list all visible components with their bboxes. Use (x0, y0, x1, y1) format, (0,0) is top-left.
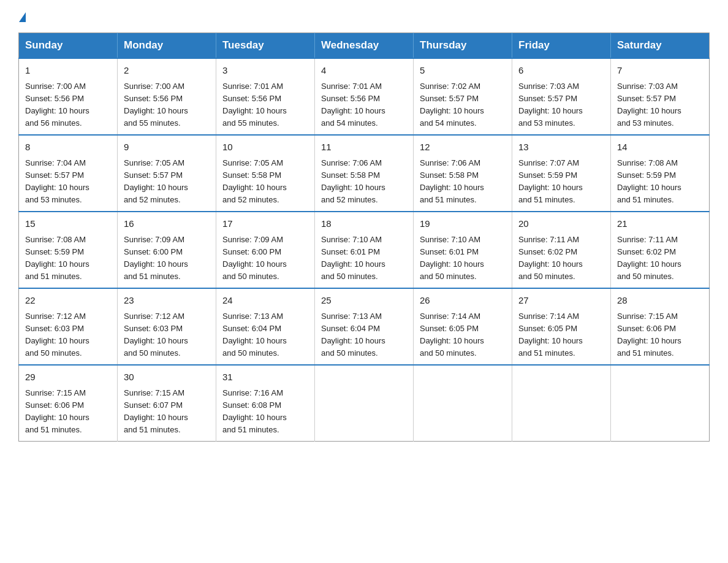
day-number: 2 (124, 64, 210, 78)
calendar-cell: 19Sunrise: 7:10 AMSunset: 6:01 PMDayligh… (414, 212, 512, 288)
calendar-cell: 24Sunrise: 7:13 AMSunset: 6:04 PMDayligh… (216, 288, 315, 365)
day-info: Sunrise: 7:13 AMSunset: 6:04 PMDaylight:… (222, 310, 308, 360)
day-number: 14 (617, 140, 703, 155)
calendar-cell: 9Sunrise: 7:05 AMSunset: 5:57 PMDaylight… (118, 135, 216, 212)
day-info: Sunrise: 7:04 AMSunset: 5:57 PMDaylight:… (25, 157, 111, 207)
logo-arrow-icon (19, 12, 26, 22)
calendar-week-row: 8Sunrise: 7:04 AMSunset: 5:57 PMDaylight… (19, 135, 710, 212)
weekday-header-monday: Monday (118, 33, 216, 59)
day-number: 27 (518, 294, 604, 308)
weekday-header-friday: Friday (512, 33, 611, 59)
calendar-cell: 27Sunrise: 7:14 AMSunset: 6:05 PMDayligh… (512, 288, 611, 365)
calendar-cell: 20Sunrise: 7:11 AMSunset: 6:02 PMDayligh… (512, 212, 611, 288)
day-info: Sunrise: 7:03 AMSunset: 5:57 PMDaylight:… (617, 80, 703, 130)
day-number: 16 (124, 217, 210, 231)
calendar-week-row: 29Sunrise: 7:15 AMSunset: 6:06 PMDayligh… (19, 365, 710, 442)
calendar-cell: 2Sunrise: 7:00 AMSunset: 5:56 PMDaylight… (118, 58, 216, 135)
day-number: 10 (222, 140, 308, 155)
day-info: Sunrise: 7:08 AMSunset: 5:59 PMDaylight:… (617, 157, 703, 207)
day-info: Sunrise: 7:14 AMSunset: 6:05 PMDaylight:… (420, 310, 506, 360)
calendar-cell: 17Sunrise: 7:09 AMSunset: 6:00 PMDayligh… (216, 212, 315, 288)
calendar-cell: 25Sunrise: 7:13 AMSunset: 6:04 PMDayligh… (315, 288, 414, 365)
day-info: Sunrise: 7:14 AMSunset: 6:05 PMDaylight:… (518, 310, 604, 360)
weekday-header-saturday: Saturday (611, 33, 710, 59)
day-number: 22 (25, 294, 111, 308)
day-number: 7 (617, 64, 703, 78)
day-info: Sunrise: 7:12 AMSunset: 6:03 PMDaylight:… (124, 310, 210, 360)
day-number: 20 (518, 217, 604, 231)
day-info: Sunrise: 7:09 AMSunset: 6:00 PMDaylight:… (124, 234, 210, 283)
calendar-header: SundayMondayTuesdayWednesdayThursdayFrid… (19, 33, 710, 59)
calendar-cell: 13Sunrise: 7:07 AMSunset: 5:59 PMDayligh… (512, 135, 611, 212)
calendar-cell: 12Sunrise: 7:06 AMSunset: 5:58 PMDayligh… (414, 135, 512, 212)
day-number: 15 (25, 217, 111, 231)
calendar-cell: 26Sunrise: 7:14 AMSunset: 6:05 PMDayligh… (414, 288, 512, 365)
day-info: Sunrise: 7:15 AMSunset: 6:07 PMDaylight:… (124, 387, 210, 437)
day-number: 12 (420, 140, 506, 155)
day-info: Sunrise: 7:00 AMSunset: 5:56 PMDaylight:… (124, 80, 210, 130)
day-info: Sunrise: 7:00 AMSunset: 5:56 PMDaylight:… (25, 80, 111, 130)
weekday-header-tuesday: Tuesday (216, 33, 315, 59)
day-number: 5 (420, 64, 506, 78)
day-info: Sunrise: 7:11 AMSunset: 6:02 PMDaylight:… (518, 234, 604, 283)
calendar-cell: 3Sunrise: 7:01 AMSunset: 5:56 PMDaylight… (216, 58, 315, 135)
day-info: Sunrise: 7:12 AMSunset: 6:03 PMDaylight:… (25, 310, 111, 360)
weekday-header-wednesday: Wednesday (315, 33, 414, 59)
day-number: 9 (124, 140, 210, 155)
calendar-cell (611, 365, 710, 442)
calendar-table: SundayMondayTuesdayWednesdayThursdayFrid… (18, 33, 710, 442)
calendar-cell (315, 365, 414, 442)
calendar-cell: 15Sunrise: 7:08 AMSunset: 5:59 PMDayligh… (19, 212, 118, 288)
day-number: 25 (321, 294, 407, 308)
calendar-cell: 30Sunrise: 7:15 AMSunset: 6:07 PMDayligh… (118, 365, 216, 442)
day-number: 8 (25, 140, 111, 155)
day-info: Sunrise: 7:15 AMSunset: 6:06 PMDaylight:… (617, 310, 703, 360)
day-number: 11 (321, 140, 407, 155)
day-number: 19 (420, 217, 506, 231)
day-number: 6 (518, 64, 604, 78)
calendar-cell: 14Sunrise: 7:08 AMSunset: 5:59 PMDayligh… (611, 135, 710, 212)
day-number: 4 (321, 64, 407, 78)
page-header (18, 12, 710, 20)
calendar-body: 1Sunrise: 7:00 AMSunset: 5:56 PMDaylight… (19, 58, 710, 442)
day-number: 21 (617, 217, 703, 231)
calendar-cell (414, 365, 512, 442)
day-info: Sunrise: 7:10 AMSunset: 6:01 PMDaylight:… (420, 234, 506, 283)
calendar-cell: 18Sunrise: 7:10 AMSunset: 6:01 PMDayligh… (315, 212, 414, 288)
calendar-cell: 7Sunrise: 7:03 AMSunset: 5:57 PMDaylight… (611, 58, 710, 135)
calendar-week-row: 1Sunrise: 7:00 AMSunset: 5:56 PMDaylight… (19, 58, 710, 135)
calendar-cell: 8Sunrise: 7:04 AMSunset: 5:57 PMDaylight… (19, 135, 118, 212)
weekday-header-row: SundayMondayTuesdayWednesdayThursdayFrid… (19, 33, 710, 59)
calendar-cell: 4Sunrise: 7:01 AMSunset: 5:56 PMDaylight… (315, 58, 414, 135)
day-number: 28 (617, 294, 703, 308)
calendar-cell: 31Sunrise: 7:16 AMSunset: 6:08 PMDayligh… (216, 365, 315, 442)
day-info: Sunrise: 7:09 AMSunset: 6:00 PMDaylight:… (222, 234, 308, 283)
day-number: 29 (25, 370, 111, 385)
day-number: 3 (222, 64, 308, 78)
calendar-cell: 23Sunrise: 7:12 AMSunset: 6:03 PMDayligh… (118, 288, 216, 365)
day-info: Sunrise: 7:01 AMSunset: 5:56 PMDaylight:… (222, 80, 308, 130)
day-number: 13 (518, 140, 604, 155)
day-number: 30 (124, 370, 210, 385)
calendar-cell: 6Sunrise: 7:03 AMSunset: 5:57 PMDaylight… (512, 58, 611, 135)
day-info: Sunrise: 7:10 AMSunset: 6:01 PMDaylight:… (321, 234, 407, 283)
day-info: Sunrise: 7:02 AMSunset: 5:57 PMDaylight:… (420, 80, 506, 130)
weekday-header-thursday: Thursday (414, 33, 512, 59)
day-number: 26 (420, 294, 506, 308)
day-number: 31 (222, 370, 308, 385)
day-info: Sunrise: 7:07 AMSunset: 5:59 PMDaylight:… (518, 157, 604, 207)
calendar-cell: 16Sunrise: 7:09 AMSunset: 6:00 PMDayligh… (118, 212, 216, 288)
calendar-cell: 5Sunrise: 7:02 AMSunset: 5:57 PMDaylight… (414, 58, 512, 135)
day-info: Sunrise: 7:15 AMSunset: 6:06 PMDaylight:… (25, 387, 111, 437)
calendar-week-row: 15Sunrise: 7:08 AMSunset: 5:59 PMDayligh… (19, 212, 710, 288)
day-number: 24 (222, 294, 308, 308)
day-info: Sunrise: 7:06 AMSunset: 5:58 PMDaylight:… (420, 157, 506, 207)
day-number: 17 (222, 217, 308, 231)
calendar-cell: 11Sunrise: 7:06 AMSunset: 5:58 PMDayligh… (315, 135, 414, 212)
day-info: Sunrise: 7:06 AMSunset: 5:58 PMDaylight:… (321, 157, 407, 207)
weekday-header-sunday: Sunday (19, 33, 118, 59)
calendar-cell: 22Sunrise: 7:12 AMSunset: 6:03 PMDayligh… (19, 288, 118, 365)
day-info: Sunrise: 7:01 AMSunset: 5:56 PMDaylight:… (321, 80, 407, 130)
calendar-cell (512, 365, 611, 442)
day-info: Sunrise: 7:13 AMSunset: 6:04 PMDaylight:… (321, 310, 407, 360)
